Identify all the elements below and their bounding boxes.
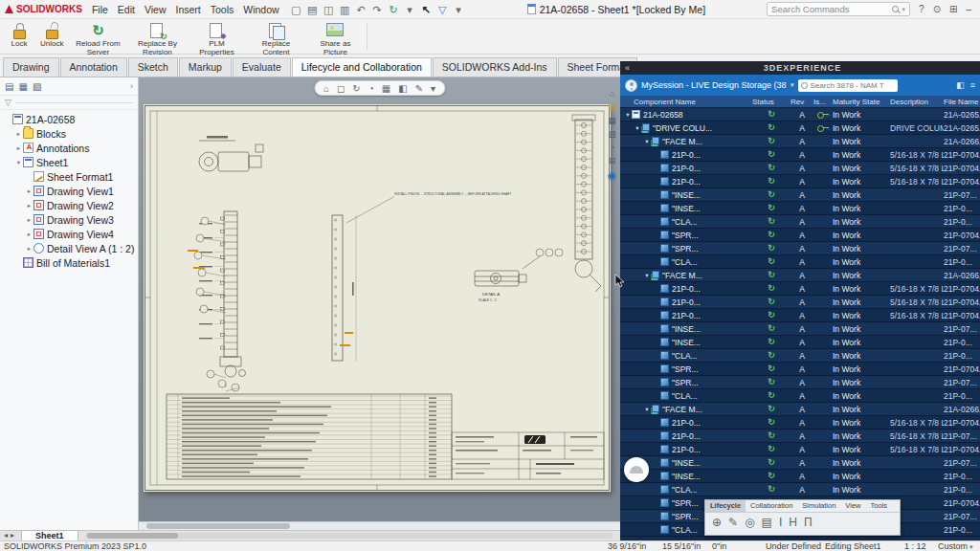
sheet-scrollbar[interactable]: [85, 533, 613, 539]
sheet-nav-arrows[interactable]: ◂▸: [0, 530, 21, 540]
tree-item[interactable]: ▸ Drawing View4: [0, 227, 138, 241]
open-folder-icon[interactable]: ▤: [608, 102, 616, 112]
tab-sketch[interactable]: Sketch: [128, 57, 178, 77]
reload-from-server-button[interactable]: Reload From Server: [68, 20, 127, 53]
component-row[interactable]: "INSE... A In Work 21P-07...: [620, 188, 980, 202]
component-row[interactable]: 21P-0... A In Work 5/16-18 X 7/8 LONG 21…: [620, 416, 980, 430]
component-row[interactable]: "INSE... A In Work 21P-0...: [620, 336, 980, 349]
tree-expand-icon[interactable]: ▸: [25, 245, 33, 253]
component-row[interactable]: 21P-0... A In Work 5/16-18 X 7/8 LONG 21…: [620, 148, 980, 162]
properties-tab-icon[interactable]: ▦: [18, 81, 27, 92]
edit-lifecycle-icon[interactable]: ✎: [728, 516, 738, 529]
drawing-sheet[interactable]: INSTALL PINION ... STRUCTURAL ASSEMBLY .…: [144, 104, 611, 492]
tab-lifecycle-and-collaboration[interactable]: Lifecycle and Collaboration: [292, 57, 432, 77]
session-dropdown-icon[interactable]: ▾: [791, 81, 794, 89]
featuremanager-tab-icon[interactable]: ▤: [5, 81, 13, 92]
list-options-icon[interactable]: ≡: [970, 80, 975, 90]
tab-annotation[interactable]: Annotation: [60, 57, 127, 77]
tree-item[interactable]: ▾ Sheet1: [0, 155, 138, 169]
menu-item[interactable]: Edit: [113, 4, 140, 15]
share-content-icon[interactable]: ⊕: [712, 516, 722, 529]
tree-expand-icon[interactable]: ▸: [14, 130, 23, 138]
open-icon[interactable]: ▤: [305, 1, 320, 18]
appearances-icon[interactable]: ◔: [610, 143, 614, 152]
tab-solidworks-add-ins[interactable]: SOLIDWORKS Add-Ins: [433, 57, 557, 77]
component-row[interactable]: "SPR... A In Work 21P-07...: [620, 242, 980, 255]
tree-item[interactable]: ▸ Drawing View2: [0, 198, 138, 212]
zoom-to-area-icon[interactable]: ◻: [337, 83, 345, 94]
tree-item[interactable]: ▸ Detail View A (1 : 2): [0, 241, 138, 255]
lifecycle-tool-tab[interactable]: Lifecycle: [705, 500, 746, 512]
tree-expand-icon[interactable]: ▸: [25, 231, 33, 238]
replace-content-button[interactable]: Replace Content: [246, 20, 305, 53]
component-row[interactable]: "CLA... A In Work 21P-0...: [620, 215, 980, 229]
redo-icon[interactable]: ↷: [370, 1, 385, 18]
design-library-icon[interactable]: ▦: [608, 116, 616, 125]
component-row[interactable]: "CLA... A In Work 21P-0...: [620, 483, 980, 496]
expand-arrow-icon[interactable]: ▾: [634, 124, 641, 132]
expand-arrow-icon[interactable]: ▾: [643, 138, 651, 145]
tree-expand-icon[interactable]: ▾: [14, 159, 23, 166]
tree-item[interactable]: ▸ Drawing View1: [0, 184, 138, 198]
canvas-horizontal-scrollbar[interactable]: [139, 521, 620, 530]
select-arrow-icon[interactable]: ↖: [419, 1, 434, 18]
sheet-scale-value[interactable]: 1 : 12: [904, 541, 926, 551]
component-row[interactable]: ▾ 21A-02658 A In Work 21A-0265...: [620, 108, 980, 121]
component-row[interactable]: 21P-0... A In Work 5/16-18 X 7/8 LONG 21…: [620, 430, 980, 443]
tree-item[interactable]: ▸ Drawing View3: [0, 212, 138, 227]
tag-icon[interactable]: ◧: [956, 80, 965, 90]
print-icon[interactable]: ▥: [338, 1, 352, 18]
component-row[interactable]: "CLA... A In Work 21P-0...: [620, 255, 980, 269]
search-dropdown-icon[interactable]: ▾: [902, 6, 906, 13]
home-icon[interactable]: ⌂: [610, 89, 614, 99]
tree-expand-icon[interactable]: ▸: [25, 187, 33, 195]
tools-tool-tab[interactable]: Tools: [865, 500, 892, 512]
col-maturity-state[interactable]: Maturity State: [833, 98, 890, 106]
minimize-icon[interactable]: –: [966, 4, 971, 14]
panel-search-input[interactable]: Search 3878 - NAM T: [798, 79, 898, 92]
col-is[interactable]: Is...: [813, 98, 833, 106]
zoom-to-fit-icon[interactable]: ⌂: [323, 83, 329, 94]
custom-properties-icon[interactable]: ⊞: [609, 156, 616, 165]
undo-icon[interactable]: ↶: [354, 1, 368, 18]
tab-drawing[interactable]: Drawing: [3, 57, 59, 77]
tree-item[interactable]: Sheet Format1: [0, 169, 138, 184]
tree-item[interactable]: ▸ Blocks: [0, 126, 138, 141]
col-component-name[interactable]: Component Name: [620, 98, 752, 106]
col-rev[interactable]: Rev: [791, 98, 813, 106]
next-sheet-icon[interactable]: ▸: [11, 531, 17, 540]
tab-sheet1[interactable]: Sheet1: [21, 530, 78, 540]
help-icon[interactable]: ?: [919, 4, 924, 14]
component-row[interactable]: ▾ "FACE M... A In Work 21A-0266...: [620, 403, 980, 416]
tree-item[interactable]: Bill of Materials1: [0, 255, 138, 270]
expand-arrow-icon[interactable]: ▾: [624, 111, 632, 119]
new-document-icon[interactable]: ▢: [289, 1, 303, 18]
component-row[interactable]: ▾ "DRIVE COLU... A In Work DRIVE COLUMN …: [620, 121, 980, 135]
tab-evaluate[interactable]: Evaluate: [233, 57, 291, 77]
component-row[interactable]: "SPR... A In Work 21P-0704...: [620, 363, 980, 376]
user-icon[interactable]: ⊙: [933, 4, 941, 14]
component-row[interactable]: "SPR... A In Work 21P-07...: [620, 376, 980, 389]
tree-expand-icon[interactable]: ▸: [14, 144, 23, 152]
transfer-icon[interactable]: Η: [789, 516, 797, 529]
previous-view-icon[interactable]: ↻: [352, 83, 360, 94]
options-icon[interactable]: ▾: [403, 1, 417, 18]
dropdown-icon[interactable]: ▾: [452, 1, 466, 18]
col-file-name[interactable]: File Name: [944, 98, 980, 106]
component-row[interactable]: 21P-0... A In Work 5/16-18 X 7/8 LONG 21…: [620, 282, 980, 296]
units-selector[interactable]: Custom: [938, 541, 968, 551]
component-row[interactable]: 21P-0... A In Work 5/16-18 X 7/8 LONG 21…: [620, 162, 980, 175]
component-row[interactable]: 21P-0... A In Work 5/16-18 X 7/8 LONG 21…: [620, 296, 980, 309]
replace-by-revision-button[interactable]: Replace By Revision: [127, 20, 187, 53]
menu-item[interactable]: View: [140, 4, 171, 15]
previous-sheet-icon[interactable]: ◂: [4, 531, 11, 540]
component-row[interactable]: "INSE... A In Work 21P-0...: [620, 202, 980, 215]
tree-expand-icon[interactable]: ▸: [25, 202, 33, 209]
hide-show-items-icon[interactable]: ✎: [415, 83, 423, 94]
maturity-icon[interactable]: ◎: [745, 516, 754, 529]
apps-icon[interactable]: ⊞: [949, 4, 957, 14]
expand-arrow-icon[interactable]: ▾: [643, 406, 651, 413]
display-style-icon[interactable]: ◧: [398, 83, 407, 94]
reserve-icon[interactable]: Ι: [779, 516, 782, 529]
component-row[interactable]: "CLA... A In Work 21P-0...: [620, 349, 980, 363]
